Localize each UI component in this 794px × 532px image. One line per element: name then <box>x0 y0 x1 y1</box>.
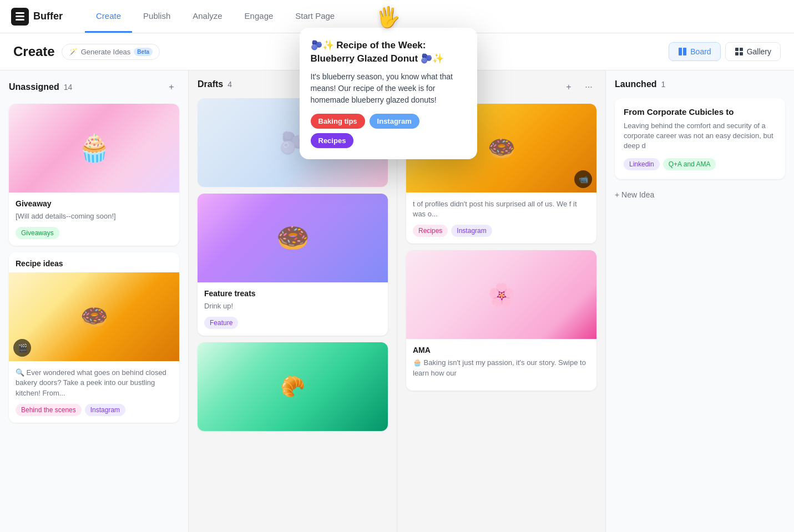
svg-rect-7 <box>740 48 743 51</box>
review-actions: + ··· <box>561 79 596 95</box>
recipe-ideas-card: Recipe ideas 🍩 🎬 🔍 Ever wondered what go… <box>9 252 179 423</box>
gallery-icon <box>735 47 744 56</box>
beta-badge: Beta <box>134 48 153 56</box>
popup-card-text: It's blueberry season, you know what tha… <box>311 71 466 106</box>
pink-donut-image: 🍩 <box>198 194 388 282</box>
recipes-tag[interactable]: Recipes <box>413 225 448 237</box>
drafts-count: 4 <box>227 80 232 89</box>
page-title: Create <box>13 44 55 59</box>
drafts-title-area: Drafts 4 <box>198 79 232 89</box>
board-icon <box>678 47 687 56</box>
gallery-view-button[interactable]: Gallery <box>725 42 781 61</box>
board-label: Board <box>690 47 711 56</box>
giveaway-card-text: [Will add details--coming soon!] <box>16 211 173 221</box>
feature-treats-text: Drink up! <box>204 301 381 311</box>
cupcakes-emoji: 🧁 <box>78 133 111 164</box>
popup-tags: Baking tips Instagram Recipes <box>311 114 466 148</box>
wand-icon: 🪄 <box>69 48 78 56</box>
feature-treats-body: Feature treats Drink up! Feature <box>198 282 388 336</box>
linkedin-tag[interactable]: Linkedin <box>624 158 660 170</box>
baking-tips-tag[interactable]: Baking tips <box>311 114 365 129</box>
pink-room-emoji: 🌸 <box>488 282 515 308</box>
giveaway-tags: Giveaways <box>16 227 173 239</box>
recipe-card-body: 🔍 Ever wondered what goes on behind clos… <box>9 361 179 423</box>
launched-card: From Corporate Cubicles to Leaving behin… <box>615 98 785 179</box>
colored-donuts-emoji: 🍩 <box>488 135 515 161</box>
review-card-1-body: t of profiles didn't post his surprised … <box>406 192 596 244</box>
popup-card[interactable]: 🖐️ 🫐✨ Recipe of the Week: Blueberry Glaz… <box>300 70 477 159</box>
unassigned-count: 14 <box>64 83 73 92</box>
behind-scenes-tag[interactable]: Behind the scenes <box>16 404 82 416</box>
drafts-label: Drafts <box>198 79 223 89</box>
recipes-popup-tag[interactable]: Recipes <box>311 133 354 148</box>
nav-publish[interactable]: Publish <box>132 0 181 33</box>
ama-title[interactable]: AMA <box>413 346 590 354</box>
svg-rect-9 <box>740 52 743 55</box>
recipe-card-text: 🔍 Ever wondered what goes on behind clos… <box>16 368 173 398</box>
feature-treats-title[interactable]: Feature treats <box>204 289 381 298</box>
cupcakes-image: 🧁 <box>9 104 179 192</box>
feature-treats-tags: Feature <box>204 317 381 329</box>
generate-ideas-button[interactable]: 🪄 Generate Ideas Beta <box>62 44 160 60</box>
gallery-label: Gallery <box>747 47 771 56</box>
main-content: Unassigned 14 + 🧁 Giveaway [Will add det… <box>0 70 794 532</box>
pink-donut-container: 🍩 <box>198 194 388 282</box>
launched-card-title[interactable]: From Corporate Cubicles to <box>624 107 776 116</box>
launched-title-area: Launched 1 <box>615 79 665 89</box>
launched-tags: Linkedin Q+A and AMA <box>624 158 776 170</box>
nav-analyze[interactable]: Analyze <box>181 0 233 33</box>
feature-treats-card: 🍩 Feature treats Drink up! Feature <box>198 194 388 336</box>
recipe-tags: Behind the scenes Instagram <box>16 404 173 416</box>
giveaway-card-body: Giveaway [Will add details--coming soon!… <box>9 192 179 246</box>
unassigned-title: Unassigned 14 <box>9 82 72 92</box>
svg-rect-3 <box>16 19 24 21</box>
ama-card-body: AMA 🧁 Baking isn't just my passion, it's… <box>406 339 596 390</box>
svg-rect-1 <box>16 12 24 14</box>
buffer-logo-icon <box>11 8 29 26</box>
view-toggle: Board Gallery <box>669 42 781 61</box>
ama-card: 🌸 AMA 🧁 Baking isn't just my passion, it… <box>406 250 596 390</box>
launched-card-text: Leaving behind the comfort and security … <box>624 121 776 151</box>
unassigned-column: Unassigned 14 + 🧁 Giveaway [Will add det… <box>0 70 189 532</box>
unassigned-header: Unassigned 14 + <box>9 79 179 95</box>
pink-room-image: 🌸 <box>406 250 596 339</box>
giveaways-tag[interactable]: Giveaways <box>16 227 59 239</box>
new-idea-label: + New Idea <box>615 190 654 199</box>
instagram-popup-tag[interactable]: Instagram <box>370 114 419 129</box>
donuts-emoji: 🍩 <box>80 304 108 330</box>
recipe-ideas-section-label: Recipe ideas <box>9 252 179 268</box>
recipe-image-container: 🍩 🎬 <box>9 272 179 361</box>
pink-room-container: 🌸 <box>406 250 596 339</box>
bakery-emoji: 🥐 <box>280 375 305 398</box>
review-card-1-text: t of profiles didn't post his surprised … <box>413 199 590 219</box>
svg-rect-2 <box>16 16 24 17</box>
svg-rect-5 <box>683 48 686 55</box>
nav-create[interactable]: Create <box>85 0 132 33</box>
bottom-drafts-card: 🥐 <box>198 342 388 431</box>
instagram-tag[interactable]: Instagram <box>85 404 125 416</box>
giveaway-card-title[interactable]: Giveaway <box>16 199 173 208</box>
middle-columns: Drafts 4 🫐 🍩 Feature treats <box>189 70 605 532</box>
ama-text: 🧁 Baking isn't just my passion, it's our… <box>413 358 590 378</box>
giveaway-card: 🧁 Giveaway [Will add details--coming soo… <box>9 104 179 246</box>
launched-count: 1 <box>661 80 666 89</box>
review-add-button[interactable]: + <box>561 79 576 95</box>
svg-rect-4 <box>679 48 682 55</box>
generate-label: Generate Ideas <box>81 48 131 56</box>
page-title-area: Create 🪄 Generate Ideas Beta <box>13 44 160 60</box>
logo: Buffer <box>11 8 63 26</box>
donuts-image: 🍩 <box>9 272 179 361</box>
new-idea-button[interactable]: + New Idea <box>615 186 785 204</box>
bakery-image: 🥐 <box>198 342 388 431</box>
feature-tag[interactable]: Feature <box>204 317 238 329</box>
launched-column: Launched 1 From Corporate Cubicles to Le… <box>605 70 794 532</box>
board-view-button[interactable]: Board <box>669 42 720 61</box>
review-more-button[interactable]: ··· <box>581 79 596 95</box>
unassigned-add-button[interactable]: + <box>164 79 179 95</box>
instagram-tag-2[interactable]: Instagram <box>451 225 492 237</box>
svg-rect-6 <box>735 48 739 51</box>
review-card-1-tags: Recipes Instagram <box>413 225 590 237</box>
qna-tag[interactable]: Q+A and AMA <box>663 158 716 170</box>
nav-engage[interactable]: Engage <box>234 0 285 33</box>
video-icon-right: 📹 <box>574 170 592 188</box>
